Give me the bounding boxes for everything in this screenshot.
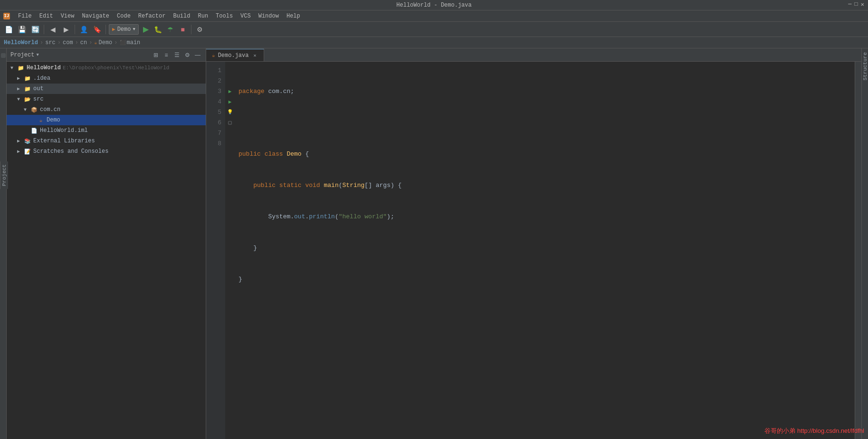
punct-dot1: . [290,212,294,222]
menu-help[interactable]: Help [283,12,304,20]
sep5: › [114,39,117,46]
menu-vcs[interactable]: VCS [237,12,255,20]
stop-button[interactable]: ■ [178,24,188,35]
sep4: › [89,39,92,46]
tab-demo-java[interactable]: ☕ Demo.java ✕ [206,49,264,61]
gutter-4-arrow[interactable]: ▶ [229,97,232,107]
coverage-button[interactable]: ☂ [165,24,176,35]
toolbar-back-btn[interactable]: ◀ [47,24,58,35]
punct-semi2: ; [391,212,394,222]
breadcrumb: HelloWorld › src › com › cn › ☕ Demo › ⬛… [0,37,868,48]
toolbar-forward-btn[interactable]: ▶ [60,24,72,35]
editor-area: ☕ Demo.java ✕ 1 2 3 4 5 6 7 8 ▶ [206,48,861,439]
menu-code[interactable]: Code [113,12,134,20]
punct-paren3: ( [335,212,339,222]
title-text: HelloWorld - Demo.java [396,2,471,9]
class-name: Demo [286,149,301,159]
breadcrumb-demo[interactable]: Demo [98,39,112,46]
debug-button[interactable]: 🐛 [153,24,163,35]
toolbar-profile-btn[interactable]: 👤 [78,24,89,35]
tab-close-btn[interactable]: ✕ [251,52,258,59]
panel-show-options[interactable]: ☰ [172,51,181,59]
line-numbers: 1 2 3 4 5 6 7 8 [206,62,225,439]
maximize-btn[interactable]: □ [855,1,858,8]
panel-flatten-packages[interactable]: ≡ [162,51,171,59]
code-line-4: public static void main ( String [] args… [238,180,855,191]
code-content[interactable]: package com.cn ; public class Demo { [235,62,855,439]
menu-file[interactable]: File [14,12,36,20]
run-button[interactable]: ▶ [141,24,151,35]
main-icon: ⬛ [120,40,125,46]
param-string: String [343,180,365,191]
editor-tabs: ☕ Demo.java ✕ [206,48,861,62]
close-btn[interactable]: ✕ [861,1,864,8]
left-tab-strip [0,48,7,439]
toolbar-save-btn[interactable]: 💾 [16,24,28,35]
code-editor[interactable]: 1 2 3 4 5 6 7 8 ▶ ▶ 💡 — [206,62,861,439]
code-line-8 [238,306,855,316]
toolbar-sync-btn[interactable]: 🔄 [29,24,41,35]
tree-helloworld-iml[interactable]: ▶ 📄 HelloWorld.iml [7,125,206,136]
breadcrumb-cn[interactable]: cn [80,39,87,46]
tree-src[interactable]: ▼ 📂 src [7,94,206,104]
watermark: 谷哥的小弟 http://blog.csdn.net/lfdfhl [764,427,864,435]
breadcrumb-main[interactable]: main [127,39,141,46]
extlib-name: External Libraries [33,138,95,144]
demo-icon: ☕ [94,40,97,46]
breadcrumb-helloworld[interactable]: HelloWorld [4,39,38,46]
tree-scratches[interactable]: ▶ 📝 Scratches and Consoles [7,146,206,157]
project-panel-header: Project ▼ ⊞ ≡ ☰ ⚙ — [7,48,206,62]
project-vertical-label[interactable]: Project [0,161,8,189]
scratches-icon: 📝 [24,148,31,155]
tree-com-cn[interactable]: ▼ 📦 com.cn [7,104,206,115]
editor-right-bar [855,62,861,439]
idea-arrow: ▶ [17,75,24,81]
breadcrumb-com[interactable]: com [63,39,73,46]
minimize-btn[interactable]: ─ [848,1,851,8]
demo-java-icon: ☕ [37,116,45,124]
structure-label: Structure [862,52,868,80]
src-folder-icon: 📂 [24,95,31,103]
method-main: main [324,180,339,191]
structure-tab[interactable]: Structure [861,48,868,439]
menu-view[interactable]: View [57,12,78,20]
panel-hide[interactable]: — [193,51,202,59]
gutter-3-arrow[interactable]: ▶ [229,86,232,97]
code-line-1: package com.cn ; [238,86,855,97]
breadcrumb-main-item[interactable]: ⬛ main [120,39,141,46]
toolbar-bookmark-btn[interactable]: 🔖 [91,24,103,35]
demo-java-name: Demo [47,117,60,123]
panel-collapse-all[interactable]: ⊞ [152,51,160,59]
package-icon: 📦 [30,106,38,113]
menu-window[interactable]: Window [255,12,283,20]
toolbar-sep-4 [191,25,191,34]
tree-external-libs[interactable]: ▶ 📚 External Libraries [7,136,206,146]
toolbar-new-btn[interactable]: 📄 [3,24,14,35]
tree-demo-java[interactable]: ▶ ☕ Demo [7,115,206,125]
toolbar-sdk-btn[interactable]: ⚙ [194,24,206,35]
menu-run[interactable]: Run [194,12,212,20]
println-ref: println [309,212,335,222]
tree-out[interactable]: ▶ 📁 out [7,84,206,94]
iml-icon: 📄 [30,127,38,134]
tree-idea[interactable]: ▶ 📁 .idea [7,73,206,84]
toolbar-run-config[interactable]: ▶ Demo ▼ [109,24,139,35]
menu-build[interactable]: Build [169,12,194,20]
menu-edit[interactable]: Edit [36,12,57,20]
scratches-arrow: ▶ [17,149,24,154]
breadcrumb-demo-item[interactable]: ☕ Demo [94,39,112,46]
root-arrow: ▼ [10,65,17,71]
kw-public2: public [253,180,276,191]
tree-root[interactable]: ▼ 📁 HelloWorld E:\Dropbox\phoenix\Test\H… [7,63,206,73]
gutter-6-fold[interactable]: — [228,118,232,128]
project-dropdown-arrow[interactable]: ▼ [36,53,38,57]
menu-tools[interactable]: Tools [212,12,237,20]
system-ref: System [268,212,290,222]
title-bar: HelloWorld - Demo.java ─ □ ✕ [0,0,868,10]
breadcrumb-src[interactable]: src [45,39,56,46]
main-area: Project ▼ ⊞ ≡ ☰ ⚙ — ▼ 📁 HelloWorld E:\Dr… [0,48,868,439]
gutter-5-bulb[interactable]: 💡 [227,107,233,118]
menu-navigate[interactable]: Navigate [78,12,113,20]
menu-refactor[interactable]: Refactor [134,12,170,20]
panel-settings[interactable]: ⚙ [183,51,191,59]
